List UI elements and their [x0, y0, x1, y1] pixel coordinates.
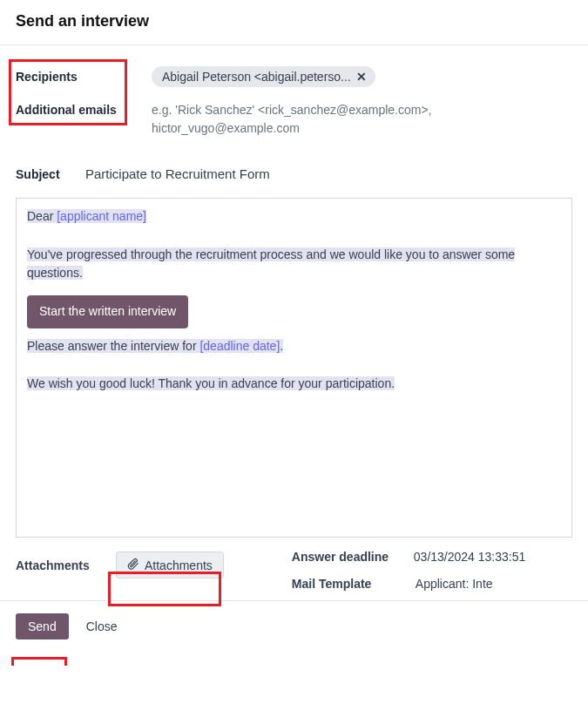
- modal-title: Send an interview: [0, 0, 588, 45]
- additional-emails-label: Additional emails: [16, 98, 120, 117]
- subject-row: Subject: [16, 162, 572, 182]
- body-greeting-prefix: Dear: [27, 209, 57, 223]
- attachments-button-label: Attachments: [145, 558, 213, 572]
- attachments-label: Attachments: [16, 550, 116, 572]
- subject-label: Subject: [16, 162, 84, 181]
- modal-footer: Send Close: [0, 600, 588, 666]
- answer-deadline-value[interactable]: 03/13/2024 13:33:51: [414, 550, 572, 564]
- body-paragraph-2-token: [deadline date]: [199, 339, 280, 353]
- recipients-label: Recipients: [16, 61, 120, 84]
- remove-recipient-icon[interactable]: ✕: [356, 70, 367, 84]
- recipients-row: Recipients Abigail Peterson <abigail.pet…: [16, 61, 572, 89]
- body-paragraph-2-suffix: .: [280, 339, 283, 353]
- recipient-tag-text: Abigail Peterson <abigail.peterso...: [162, 70, 351, 84]
- recipients-field[interactable]: Abigail Peterson <abigail.peterso... ✕: [120, 61, 572, 89]
- answer-deadline-label: Answer deadline: [292, 550, 414, 564]
- mail-template-label: Mail Template: [292, 577, 414, 591]
- paperclip-icon: [127, 558, 139, 572]
- send-button[interactable]: Send: [16, 613, 69, 639]
- recipient-tag[interactable]: Abigail Peterson <abigail.peterso... ✕: [152, 66, 375, 87]
- send-interview-modal: Send an interview Recipients Abigail Pet…: [0, 0, 588, 666]
- mail-template-input[interactable]: [414, 576, 510, 592]
- additional-emails-input[interactable]: e.g. 'Rick Sanchez' <rick_sanchez@exampl…: [152, 101, 572, 138]
- start-written-interview-button[interactable]: Start the written interview: [27, 295, 188, 328]
- attachments-button[interactable]: Attachments: [116, 551, 224, 579]
- body-greeting-token: [applicant name]: [57, 209, 146, 223]
- modal-body: Recipients Abigail Peterson <abigail.pet…: [0, 45, 588, 600]
- subject-input[interactable]: [84, 166, 572, 182]
- email-body-editor[interactable]: Dear [applicant name] You've progressed …: [16, 198, 572, 538]
- bottom-fields: Attachments Attachments Answer deadline …: [16, 550, 572, 592]
- body-paragraph-3: We wish you good luck! Thank you in adva…: [27, 376, 395, 390]
- body-paragraph-2-prefix: Please answer the interview for: [27, 339, 199, 353]
- additional-emails-row: Additional emails e.g. 'Rick Sanchez' <r…: [16, 98, 572, 138]
- body-paragraph-1: You've progressed through the recruitmen…: [27, 247, 515, 281]
- close-button[interactable]: Close: [79, 613, 125, 639]
